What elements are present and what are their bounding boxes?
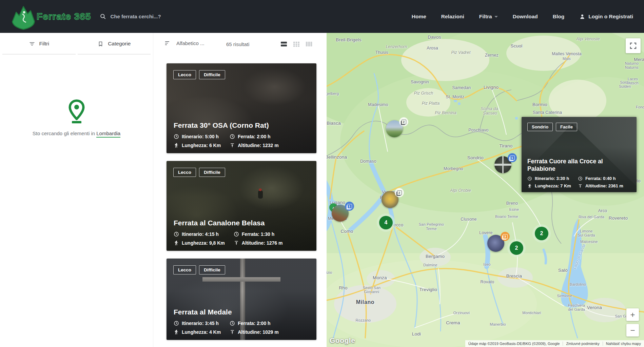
map-label: Sondrio [467,155,484,160]
map-canvas[interactable]: Breil-BrigelsDavosArosaScuolAlpi Venoste… [327,33,644,347]
length-stat: Lunghezza: 6 Km [174,143,221,148]
nav-filtra[interactable]: Filtra [479,14,498,20]
map-label: Poschiavo [468,128,488,132]
map-label: Arco [598,208,607,213]
map-label: Sulden [619,84,631,88]
photo-marker[interactable]: 3 [487,235,504,252]
walker-icon [174,329,179,335]
google-logo[interactable]: Google [330,336,355,345]
map-label: Orzinuovi [453,311,470,315]
map-label: Saoseo [483,111,497,116]
nav-home[interactable]: Home [412,14,426,20]
photo-marker[interactable]: 2 [382,191,398,208]
map-label: Bergamo [426,254,445,259]
map-label: Breil-Brigels [336,37,361,42]
map-label: Scuol [511,43,523,48]
card-title: Ferrata 30° OSA (Corno Rat) [174,121,312,130]
map-label: St. Moritz [446,95,465,99]
fullscreen-icon [629,42,637,49]
map-label: San Gi [615,314,627,318]
view-grid-button[interactable] [293,41,300,47]
app-logo[interactable]: Ferrate 365 [11,2,91,31]
ferrata-time: Ferrata: 0:40 h [578,176,623,181]
map-data-credit: Údaje máp ©2019 GeoBasis-DE/BKG (©2009),… [465,342,563,346]
ferrata-card[interactable]: Lecco Difficile Ferrata 30° OSA (Corno R… [167,63,316,153]
map-label: Savognin [411,80,429,84]
map-label: Naturno [625,61,639,65]
altitude-stat: Altitudine: 1029 m [230,329,279,335]
map-label: Davos [428,35,441,40]
ferrata-card[interactable]: Lecco Difficile Ferrata al Canalone Bela… [167,161,316,251]
nav-download[interactable]: Download [513,14,538,20]
map-label: izio [327,270,332,274]
nav-relazioni[interactable]: Relazioni [441,14,464,20]
search-input[interactable] [110,14,175,19]
map-label: Alpi Orobie [450,188,471,193]
map-label: Montichiari [522,311,541,315]
difficulty-badge: Difficile [199,70,225,79]
terms-link[interactable]: Zmluvné podmienky [563,342,602,346]
report-error-link[interactable]: Nahlásiť chybu mapy [603,342,644,346]
map-label: Piz Grisch [414,91,433,96]
main-nav: Home Relazioni Filtra Download Blog Logi… [412,14,633,20]
brand-name: Ferrate 365 [37,11,91,22]
zoom-in-button[interactable]: + [626,308,639,321]
map-label: Como [341,229,353,234]
map-label: Rho [339,285,347,290]
map-label: Clusone [461,217,476,222]
map-label: Peschiera [568,303,585,307]
categories-button[interactable]: Categorie [78,34,151,55]
map-popup-card[interactable]: Sondrio Facile Ferrata Cuore alla Croce … [522,117,637,192]
photo-marker[interactable]: 1 [494,156,511,173]
map-attribution: Údaje máp ©2019 GeoBasis-DE/BKG (©2009),… [465,340,644,347]
marker-count-badge: 1 [508,153,517,162]
sort-icon [164,40,171,46]
nav-blog[interactable]: Blog [553,14,564,20]
chevron-down-icon [494,16,498,18]
view-columns-button[interactable] [306,41,312,47]
altitude-stat: Altitudine: 1276 m [234,240,283,246]
map-label: Solda [620,80,630,84]
cluster-marker[interactable]: 2 [535,227,548,240]
searching-in-text: Sto cercando gli elementi in Lombardia [0,130,153,136]
user-icon [579,14,585,20]
sort-select[interactable]: Alfabetico ... [164,40,204,46]
map-label: Bardolino [570,282,586,286]
photo-marker[interactable]: 1 [332,205,349,222]
map-label: San Pellegrino [419,222,444,226]
view-toggles [280,41,312,47]
map-label: Limone [580,229,592,233]
difficulty-badge: Difficile [199,168,225,177]
region-link[interactable]: Lombardia [96,130,120,138]
map-label: Thusis [375,50,388,55]
map-label: Santa Caterina [533,110,562,115]
cluster-marker[interactable]: 4 [379,216,393,229]
map-label: ogelberg [327,91,339,96]
fullscreen-button[interactable] [626,38,641,53]
zoom-out-button[interactable]: − [626,324,639,336]
bookmark-icon [97,41,104,47]
map-label: Brescia [506,273,522,279]
itinerary-time: Itinerario: 4:15 h [174,231,225,237]
login-button[interactable]: Login o Registrati [579,14,633,20]
sort-label: Alfabetico ... [176,40,204,46]
photo-marker[interactable]: 2 [386,120,403,137]
map-label: Alpi Venoste [576,37,600,41]
map-label: Dalmine [423,263,437,267]
map-label: Piz Platta [422,101,440,106]
search-box [100,13,175,20]
province-badge: Lecco [173,168,196,177]
cluster-marker[interactable]: 2 [510,241,523,255]
walker-icon [174,143,179,148]
itinerary-time: Itinerario: 5:00 h [174,134,221,139]
ferrata-card[interactable]: Lecco Difficile Ferrata al Medale Itiner… [167,259,316,340]
map-label: Zernez [485,53,499,58]
filters-button[interactable]: Filtri [2,34,76,55]
map-label: Milano [356,299,374,305]
province-badge: Sondrio [527,123,553,131]
ferrata-time: Ferrata: 1:30 h [234,231,283,237]
clock-icon [174,134,179,139]
map-label: Manerbio [490,322,506,326]
view-list-button[interactable] [280,41,287,47]
card-title: Ferrata al Medale [174,308,312,317]
